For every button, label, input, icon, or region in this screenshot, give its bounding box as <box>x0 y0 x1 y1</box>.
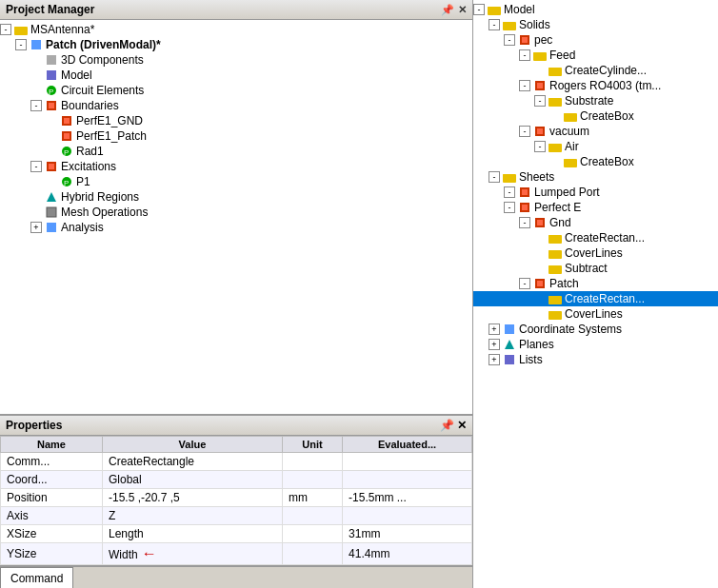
tree-item-msantenna[interactable]: -MSAntenna* <box>0 22 472 37</box>
tree-label-rogers-ro4003: Rogers RO4003 (tm... <box>549 79 661 92</box>
svg-rect-35 <box>548 98 554 101</box>
tree-item-coverlines-gnd[interactable]: CoverLines <box>473 245 718 261</box>
tree-item-sheets[interactable]: -Sheets <box>473 169 718 185</box>
props-cell-unit-5 <box>282 543 342 565</box>
tree-item-pec[interactable]: -pec <box>473 32 718 48</box>
tree-item-circuit-elements[interactable]: PCircuit Elements <box>0 83 472 98</box>
svg-rect-63 <box>548 311 554 314</box>
close-icon[interactable]: ✕ <box>458 4 467 16</box>
tree-item-gnd[interactable]: -Gnd <box>473 215 718 230</box>
svg-rect-21 <box>47 223 56 232</box>
tree-item-feed[interactable]: -Feed <box>473 48 718 63</box>
props-cell-value-4[interactable]: Length <box>102 525 282 543</box>
tree-item-vacuum[interactable]: -vacuum <box>473 124 718 139</box>
tree-item-excitations[interactable]: -Excitations <box>0 159 472 174</box>
tree-item-lists[interactable]: +Lists <box>473 352 718 367</box>
tree-item-lumped-port[interactable]: -Lumped Port <box>473 185 718 200</box>
tree-icon-createrectan-gnd <box>548 231 563 245</box>
expand-btn-perfect-e[interactable]: - <box>504 202 515 213</box>
tree-item-air[interactable]: -Air <box>473 139 718 154</box>
tree-icon-perfe1-patch <box>59 129 74 143</box>
expand-btn-gnd[interactable]: - <box>519 217 530 228</box>
tree-icon-feed <box>532 49 548 62</box>
tree-item-perfect-e[interactable]: -Perfect E <box>473 200 718 215</box>
tree-label-perfect-e: Perfect E <box>534 201 581 214</box>
tree-item-createbox2[interactable]: CreateBox <box>473 154 718 169</box>
tree-label-vacuum: vacuum <box>549 125 589 138</box>
tree-icon-rad1: P <box>59 145 74 158</box>
expand-btn-boundaries[interactable]: - <box>30 100 42 111</box>
expand-btn-planes[interactable]: + <box>489 339 500 350</box>
expand-btn-sheets[interactable]: - <box>489 171 500 183</box>
expand-btn-rogers-ro4003[interactable]: - <box>519 80 530 91</box>
tree-item-rad1[interactable]: PRad1 <box>0 144 472 159</box>
tree-item-boundaries[interactable]: -Boundaries <box>0 98 472 113</box>
props-cell-value-3[interactable]: Z <box>102 507 282 525</box>
expand-btn-lists[interactable]: + <box>489 354 500 365</box>
tree-item-3d-components[interactable]: 3D Components <box>0 52 472 68</box>
expand-btn-analysis[interactable]: + <box>30 222 42 233</box>
tree-item-solids[interactable]: -Solids <box>473 17 718 32</box>
props-cell-value-1[interactable]: Global <box>102 471 282 489</box>
props-cell-value-0[interactable]: CreateRectangle <box>102 453 282 471</box>
svg-rect-25 <box>503 22 509 25</box>
expand-btn-air[interactable]: - <box>534 141 546 152</box>
expand-btn-patch-driven[interactable]: - <box>15 39 27 50</box>
tree-item-createrectan-gnd[interactable]: CreateRectan... <box>473 230 718 245</box>
expand-btn-msantenna[interactable]: - <box>0 24 11 35</box>
tree-item-createbox1[interactable]: CreateBox <box>473 108 718 124</box>
svg-rect-66 <box>505 355 514 364</box>
props-cell-unit-0 <box>282 453 342 471</box>
tree-item-model[interactable]: Model <box>0 68 472 83</box>
tree-item-p1[interactable]: PP1 <box>0 174 472 189</box>
expand-btn-feed[interactable]: - <box>519 49 530 61</box>
tree-item-patch-node[interactable]: -Patch <box>473 276 718 291</box>
tree-item-createcylinde[interactable]: CreateCylinde... <box>473 63 718 78</box>
props-row-2: Position-15.5 ,-20.7 ,5mm-15.5mm ... <box>1 489 472 507</box>
tree-item-analysis[interactable]: +Analysis <box>0 220 472 235</box>
tree-icon-lists <box>502 353 517 366</box>
tree-item-createrectan-patch[interactable]: CreateRectan... <box>473 291 718 306</box>
tree-label-analysis: Analysis <box>61 221 104 234</box>
tree-label-model-root: Model <box>504 3 535 16</box>
props-cell-value-5[interactable]: Width← <box>102 543 282 565</box>
expand-btn-model-root[interactable]: - <box>473 4 485 15</box>
tree-item-planes[interactable]: +Planes <box>473 337 718 352</box>
props-cell-value-2[interactable]: -15.5 ,-20.7 ,5 <box>102 489 282 507</box>
tree-item-subtract[interactable]: Subtract <box>473 261 718 276</box>
svg-rect-51 <box>537 220 543 225</box>
props-pin-icon[interactable]: 📌 <box>440 419 454 432</box>
pin-icon[interactable]: 📌 <box>441 4 454 16</box>
tree-item-mesh-operations[interactable]: Mesh Operations <box>0 205 472 220</box>
tree-icon-perfe1-gnd <box>59 114 74 127</box>
tree-icon-createbox1 <box>563 109 578 123</box>
command-tab[interactable]: Command <box>0 567 73 588</box>
tree-item-perfe1-gnd[interactable]: PerfE1_GND <box>0 113 472 128</box>
tree-item-model-root[interactable]: -Model <box>473 2 718 17</box>
tree-item-perfe1-patch[interactable]: PerfE1_Patch <box>0 128 472 144</box>
tree-label-perfe1-gnd: PerfE1_GND <box>76 114 143 127</box>
expand-btn-solids[interactable]: - <box>489 19 500 30</box>
tree-item-coordinate-systems[interactable]: +Coordinate Systems <box>473 322 718 337</box>
expand-btn-lumped-port[interactable]: - <box>504 186 515 198</box>
tree-item-substrate[interactable]: -Substrate <box>473 93 718 108</box>
expand-btn-patch-node[interactable]: - <box>519 278 530 289</box>
props-cell-evaluated-4: 31mm <box>343 525 472 543</box>
tree-icon-createcylinde <box>548 64 563 77</box>
svg-rect-59 <box>537 281 543 286</box>
expand-btn-coordinate-systems[interactable]: + <box>489 323 500 335</box>
expand-btn-substrate[interactable]: - <box>534 95 546 107</box>
props-col-evaluated-: Evaluated... <box>343 437 472 453</box>
tree-item-rogers-ro4003[interactable]: -Rogers RO4003 (tm... <box>473 78 718 93</box>
expand-btn-vacuum[interactable]: - <box>519 126 530 137</box>
tree-item-hybrid-regions[interactable]: Hybrid Regions <box>0 189 472 205</box>
expand-btn-excitations[interactable]: - <box>30 161 42 172</box>
expand-btn-pec[interactable]: - <box>504 34 515 46</box>
props-close-icon[interactable]: ✕ <box>457 419 467 432</box>
tree-item-coverlines-patch[interactable]: CoverLines <box>473 306 718 322</box>
tree-label-planes: Planes <box>519 338 554 351</box>
tree-label-boundaries: Boundaries <box>61 99 119 112</box>
tree-item-patch-driven[interactable]: -Patch (DrivenModal)* <box>0 37 472 52</box>
tree-label-coverlines-gnd: CoverLines <box>565 246 623 260</box>
tree-label-air: Air <box>565 140 579 153</box>
